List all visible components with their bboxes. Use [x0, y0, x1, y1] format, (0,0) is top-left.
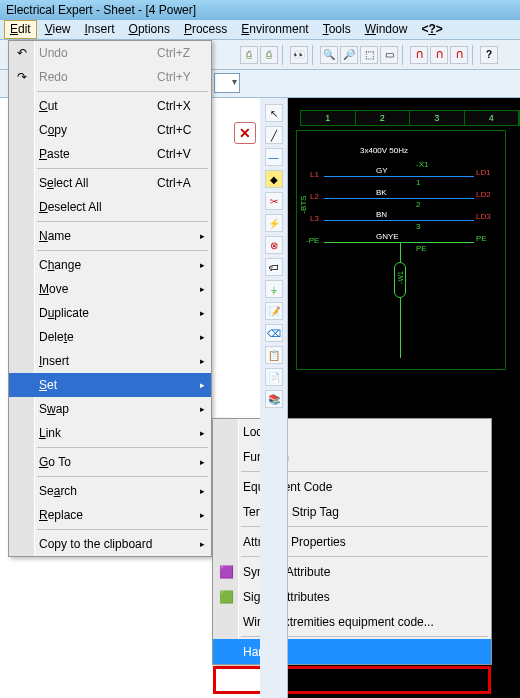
menu-window[interactable]: Window	[359, 20, 414, 39]
menu-process[interactable]: Process	[178, 20, 233, 39]
zoom-in-icon[interactable]: 🔍	[320, 46, 338, 64]
menu-replace[interactable]: Replace ▸	[9, 503, 211, 527]
submenu-terminal-strip-tag[interactable]: Terminal Strip Tag	[213, 499, 491, 524]
menu-tools[interactable]: Tools	[317, 20, 357, 39]
submenu-arrow-icon: ▸	[200, 231, 205, 241]
scale-combo[interactable]	[214, 73, 240, 93]
submenu-arrow-icon: ▸	[200, 404, 205, 414]
menu-deselect-all[interactable]: Deselect All	[9, 195, 211, 219]
phase-l1-label: L1	[310, 170, 319, 179]
ground-icon[interactable]: ⏚	[265, 280, 283, 298]
term-2: 2	[416, 200, 420, 209]
right-ld1: LD1	[476, 168, 491, 177]
phase-l3-label: L3	[310, 214, 319, 223]
bus-label: -BTS	[299, 195, 308, 213]
power-rating-label: 3x400V 50Hz	[360, 146, 408, 155]
submenu-location[interactable]: Location	[213, 419, 491, 444]
submenu-arrow-icon: ▸	[200, 332, 205, 342]
wire-icon[interactable]: —	[265, 148, 283, 166]
menu-separator	[37, 221, 208, 222]
vert-wire-2	[400, 298, 401, 358]
highlight-icon[interactable]: ◆	[265, 170, 283, 188]
vertical-toolbar: ↖ ╱ — ◆ ✂ ⚡ ⊗ 🏷 ⏚ 📝 ⌫ 📋 📄 📚	[260, 98, 288, 698]
submenu-arrow-icon: ▸	[200, 510, 205, 520]
menu-copy-clipboard[interactable]: Copy to the clipboard ▸	[9, 532, 211, 556]
submenu-attribute-properties[interactable]: Attribute Properties	[213, 529, 491, 554]
find-icon[interactable]: 👀	[290, 46, 308, 64]
menu-separator	[37, 250, 208, 251]
menu-duplicate[interactable]: Duplicate ▸	[9, 301, 211, 325]
submenu-arrow-icon: ▸	[200, 284, 205, 294]
menu-separator	[37, 476, 208, 477]
submenu-equipment-code[interactable]: Equipment Code	[213, 474, 491, 499]
magnet-icon[interactable]: ᑎ	[410, 46, 428, 64]
erase-icon[interactable]: ⌫	[265, 324, 283, 342]
menu-cut[interactable]: Cut Ctrl+X	[9, 94, 211, 118]
submenu-signal-attributes[interactable]: 🟩 Signal Attributes	[213, 584, 491, 609]
menu-view[interactable]: View	[39, 20, 77, 39]
right-ld2: LD2	[476, 190, 491, 199]
submenu-arrow-icon: ▸	[200, 380, 205, 390]
submenu-symbol-attribute[interactable]: 🟪 Symbol Attribute	[213, 559, 491, 584]
edit-menu: ↶ Undo Ctrl+Z ↷ Redo Ctrl+Y Cut Ctrl+X C…	[8, 40, 212, 557]
menu-move[interactable]: Move ▸	[9, 277, 211, 301]
menu-goto[interactable]: Go To ▸	[9, 450, 211, 474]
print-preview-icon[interactable]: ⎙	[260, 46, 278, 64]
submenu-wires-extremities[interactable]: Wires extremities equipment code...	[213, 609, 491, 634]
menu-set[interactable]: Set ▸	[9, 373, 211, 397]
print-icon[interactable]: ⎙	[240, 46, 258, 64]
menu-change[interactable]: Change ▸	[9, 253, 211, 277]
menu-redo[interactable]: ↷ Redo Ctrl+Y	[9, 65, 211, 89]
gy-label: GY	[376, 166, 388, 175]
menu-paste[interactable]: Paste Ctrl+V	[9, 142, 211, 166]
submenu-arrow-icon: ▸	[200, 428, 205, 438]
menu-edit[interactable]: Edit	[4, 20, 37, 39]
schematic: 3x400V 50Hz L1 L2 L3 -PE -BTS -X1 GY BK …	[300, 130, 500, 410]
vert-wire	[400, 242, 401, 262]
menu-select-all[interactable]: Select All Ctrl+A	[9, 171, 211, 195]
magnet2-icon[interactable]: ᑎ	[430, 46, 448, 64]
menu-help[interactable]: <?>	[415, 20, 448, 39]
menu-options[interactable]: Options	[123, 20, 176, 39]
menu-link[interactable]: Link ▸	[9, 421, 211, 445]
term-1: 1	[416, 178, 420, 187]
ruler-cell: 2	[356, 111, 411, 125]
phase-l2-label: L2	[310, 192, 319, 201]
gnye-label: GNYE	[376, 232, 399, 241]
wire-l2	[324, 198, 474, 199]
submenu-function[interactable]: Function	[213, 444, 491, 469]
menu-separator	[37, 91, 208, 92]
menu-insert[interactable]: Insert	[79, 20, 121, 39]
toolbar-separator	[282, 45, 286, 65]
menu-insert[interactable]: Insert ▸	[9, 349, 211, 373]
zoom-extents-icon[interactable]: ▭	[380, 46, 398, 64]
submenu-arrow-icon: ▸	[200, 356, 205, 366]
menu-swap[interactable]: Swap ▸	[9, 397, 211, 421]
symbol2-icon[interactable]: ⊗	[265, 236, 283, 254]
menu-search[interactable]: Search ▸	[9, 479, 211, 503]
close-icon[interactable]: ✕	[234, 122, 256, 144]
menu-environment[interactable]: Environment	[235, 20, 314, 39]
undo-icon: ↶	[14, 46, 30, 60]
paste-icon[interactable]: 📄	[265, 368, 283, 386]
copy-icon[interactable]: 📋	[265, 346, 283, 364]
pointer-icon[interactable]: ↖	[265, 104, 283, 122]
magnet3-icon[interactable]: ᑎ	[450, 46, 468, 64]
ruler-cell: 3	[410, 111, 465, 125]
phase-pe-label: -PE	[306, 236, 319, 245]
menu-name[interactable]: Name ▸	[9, 224, 211, 248]
wire-pe	[324, 242, 474, 243]
menu-undo[interactable]: ↶ Undo Ctrl+Z	[9, 41, 211, 65]
note-icon[interactable]: 📝	[265, 302, 283, 320]
help-icon[interactable]: ?	[480, 46, 498, 64]
submenu-harness[interactable]: Harness	[213, 639, 491, 664]
symbol-icon[interactable]: ⚡	[265, 214, 283, 232]
menu-delete[interactable]: Delete ▸	[9, 325, 211, 349]
zoom-out-icon[interactable]: 🔎	[340, 46, 358, 64]
zoom-window-icon[interactable]: ⬚	[360, 46, 378, 64]
library-icon[interactable]: 📚	[265, 390, 283, 408]
draw-line-icon[interactable]: ╱	[265, 126, 283, 144]
cut-wire-icon[interactable]: ✂	[265, 192, 283, 210]
menu-copy[interactable]: Copy Ctrl+C	[9, 118, 211, 142]
tag-icon[interactable]: 🏷	[265, 258, 283, 276]
